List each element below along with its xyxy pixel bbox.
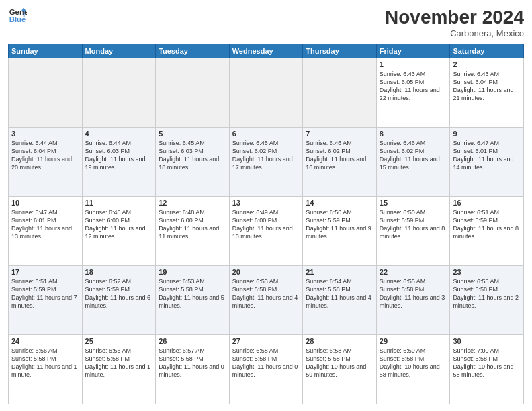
day-number: 2 — [453, 60, 521, 68]
day-number: 12 — [159, 199, 226, 207]
day-info: Sunrise: 6:51 AM Sunset: 5:59 PM Dayligh… — [453, 208, 521, 241]
day-info: Sunrise: 6:44 AM Sunset: 6:03 PM Dayligh… — [85, 139, 153, 172]
col-header-thursday: Thursday — [303, 44, 377, 58]
day-cell: 17Sunrise: 6:51 AM Sunset: 5:59 PM Dayli… — [9, 266, 83, 335]
day-cell: 18Sunrise: 6:52 AM Sunset: 5:59 PM Dayli… — [82, 266, 156, 335]
day-number: 4 — [85, 130, 153, 138]
day-number: 10 — [11, 199, 79, 207]
day-cell: 5Sunrise: 6:45 AM Sunset: 6:03 PM Daylig… — [156, 128, 230, 197]
day-info: Sunrise: 6:56 AM Sunset: 5:58 PM Dayligh… — [85, 347, 153, 379]
day-cell: 14Sunrise: 6:50 AM Sunset: 5:59 PM Dayli… — [303, 197, 377, 266]
day-info: Sunrise: 6:50 AM Sunset: 5:59 PM Dayligh… — [306, 208, 373, 241]
day-cell: 27Sunrise: 6:58 AM Sunset: 5:58 PM Dayli… — [229, 335, 303, 404]
day-info: Sunrise: 6:58 AM Sunset: 5:58 PM Dayligh… — [306, 347, 373, 379]
day-info: Sunrise: 6:50 AM Sunset: 5:59 PM Dayligh… — [380, 208, 447, 241]
day-info: Sunrise: 6:58 AM Sunset: 5:58 PM Dayligh… — [232, 347, 300, 379]
col-header-saturday: Saturday — [450, 44, 524, 58]
day-info: Sunrise: 6:49 AM Sunset: 6:00 PM Dayligh… — [232, 208, 300, 241]
day-info: Sunrise: 6:45 AM Sunset: 6:03 PM Dayligh… — [159, 139, 226, 172]
day-number: 18 — [85, 268, 153, 276]
day-info: Sunrise: 6:59 AM Sunset: 5:58 PM Dayligh… — [380, 347, 447, 379]
day-number: 27 — [232, 337, 300, 345]
day-info: Sunrise: 6:48 AM Sunset: 6:00 PM Dayligh… — [159, 208, 226, 241]
day-number: 17 — [11, 268, 79, 276]
day-info: Sunrise: 6:55 AM Sunset: 5:58 PM Dayligh… — [380, 277, 447, 310]
day-info: Sunrise: 6:45 AM Sunset: 6:02 PM Dayligh… — [232, 139, 300, 172]
svg-text:Blue: Blue — [9, 15, 26, 24]
day-cell — [303, 58, 377, 128]
day-cell — [229, 58, 303, 128]
day-cell — [156, 58, 230, 128]
day-number: 3 — [11, 130, 79, 138]
day-number: 19 — [159, 268, 226, 276]
day-cell: 11Sunrise: 6:48 AM Sunset: 6:00 PM Dayli… — [82, 197, 156, 266]
day-cell — [82, 58, 156, 128]
day-info: Sunrise: 6:47 AM Sunset: 6:01 PM Dayligh… — [453, 139, 521, 172]
day-number: 13 — [232, 199, 300, 207]
col-header-friday: Friday — [376, 44, 450, 58]
week-row-1: 1Sunrise: 6:43 AM Sunset: 6:05 PM Daylig… — [9, 58, 524, 128]
day-number: 1 — [380, 60, 447, 68]
day-cell: 2Sunrise: 6:43 AM Sunset: 6:04 PM Daylig… — [450, 58, 524, 128]
month-title: November 2024 — [385, 7, 524, 28]
day-cell: 15Sunrise: 6:50 AM Sunset: 5:59 PM Dayli… — [376, 197, 450, 266]
day-info: Sunrise: 6:43 AM Sunset: 6:05 PM Dayligh… — [380, 70, 447, 103]
day-info: Sunrise: 6:51 AM Sunset: 5:59 PM Dayligh… — [11, 277, 79, 310]
week-row-4: 17Sunrise: 6:51 AM Sunset: 5:59 PM Dayli… — [9, 266, 524, 335]
day-number: 9 — [453, 130, 521, 138]
day-number: 20 — [232, 268, 300, 276]
day-cell: 12Sunrise: 6:48 AM Sunset: 6:00 PM Dayli… — [156, 197, 230, 266]
logo: General Blue — [8, 7, 27, 26]
day-number: 5 — [159, 130, 226, 138]
col-header-monday: Monday — [82, 44, 156, 58]
week-row-3: 10Sunrise: 6:47 AM Sunset: 6:01 PM Dayli… — [9, 197, 524, 266]
day-cell: 1Sunrise: 6:43 AM Sunset: 6:05 PM Daylig… — [376, 58, 450, 128]
day-number: 14 — [306, 199, 373, 207]
day-number: 24 — [11, 337, 79, 345]
day-info: Sunrise: 6:52 AM Sunset: 5:59 PM Dayligh… — [85, 277, 153, 310]
day-info: Sunrise: 6:44 AM Sunset: 6:04 PM Dayligh… — [11, 139, 79, 172]
day-cell: 6Sunrise: 6:45 AM Sunset: 6:02 PM Daylig… — [229, 128, 303, 197]
day-info: Sunrise: 6:55 AM Sunset: 5:58 PM Dayligh… — [453, 277, 521, 310]
day-number: 26 — [159, 337, 226, 345]
col-header-wednesday: Wednesday — [229, 44, 303, 58]
day-number: 11 — [85, 199, 153, 207]
day-cell: 20Sunrise: 6:53 AM Sunset: 5:58 PM Dayli… — [229, 266, 303, 335]
day-info: Sunrise: 6:57 AM Sunset: 5:58 PM Dayligh… — [159, 347, 226, 379]
day-info: Sunrise: 6:46 AM Sunset: 6:02 PM Dayligh… — [306, 139, 373, 172]
day-number: 15 — [380, 199, 447, 207]
location: Carbonera, Mexico — [385, 28, 524, 38]
header-row: SundayMondayTuesdayWednesdayThursdayFrid… — [9, 44, 524, 58]
week-row-2: 3Sunrise: 6:44 AM Sunset: 6:04 PM Daylig… — [9, 128, 524, 197]
day-info: Sunrise: 6:54 AM Sunset: 5:58 PM Dayligh… — [306, 277, 373, 310]
col-header-sunday: Sunday — [9, 44, 83, 58]
day-cell: 30Sunrise: 7:00 AM Sunset: 5:58 PM Dayli… — [450, 335, 524, 404]
day-cell: 3Sunrise: 6:44 AM Sunset: 6:04 PM Daylig… — [9, 128, 83, 197]
day-cell: 23Sunrise: 6:55 AM Sunset: 5:58 PM Dayli… — [450, 266, 524, 335]
day-cell: 29Sunrise: 6:59 AM Sunset: 5:58 PM Dayli… — [376, 335, 450, 404]
day-number: 7 — [306, 130, 373, 138]
day-cell: 28Sunrise: 6:58 AM Sunset: 5:58 PM Dayli… — [303, 335, 377, 404]
day-number: 30 — [453, 337, 521, 345]
logo-icon: General Blue — [8, 7, 27, 26]
day-cell: 10Sunrise: 6:47 AM Sunset: 6:01 PM Dayli… — [9, 197, 83, 266]
day-number: 16 — [453, 199, 521, 207]
day-info: Sunrise: 6:48 AM Sunset: 6:00 PM Dayligh… — [85, 208, 153, 241]
title-block: November 2024 Carbonera, Mexico — [385, 7, 524, 38]
day-cell: 8Sunrise: 6:46 AM Sunset: 6:02 PM Daylig… — [376, 128, 450, 197]
day-cell: 4Sunrise: 6:44 AM Sunset: 6:03 PM Daylig… — [82, 128, 156, 197]
day-cell: 26Sunrise: 6:57 AM Sunset: 5:58 PM Dayli… — [156, 335, 230, 404]
day-info: Sunrise: 6:43 AM Sunset: 6:04 PM Dayligh… — [453, 70, 521, 103]
day-number: 29 — [380, 337, 447, 345]
day-number: 23 — [453, 268, 521, 276]
day-cell: 19Sunrise: 6:53 AM Sunset: 5:58 PM Dayli… — [156, 266, 230, 335]
day-cell: 21Sunrise: 6:54 AM Sunset: 5:58 PM Dayli… — [303, 266, 377, 335]
day-cell: 9Sunrise: 6:47 AM Sunset: 6:01 PM Daylig… — [450, 128, 524, 197]
day-cell: 7Sunrise: 6:46 AM Sunset: 6:02 PM Daylig… — [303, 128, 377, 197]
header: General Blue November 2024 Carbonera, Me… — [8, 7, 524, 38]
page: General Blue November 2024 Carbonera, Me… — [0, 0, 532, 411]
day-cell: 24Sunrise: 6:56 AM Sunset: 5:58 PM Dayli… — [9, 335, 83, 404]
day-number: 25 — [85, 337, 153, 345]
day-number: 21 — [306, 268, 373, 276]
day-cell: 22Sunrise: 6:55 AM Sunset: 5:58 PM Dayli… — [376, 266, 450, 335]
